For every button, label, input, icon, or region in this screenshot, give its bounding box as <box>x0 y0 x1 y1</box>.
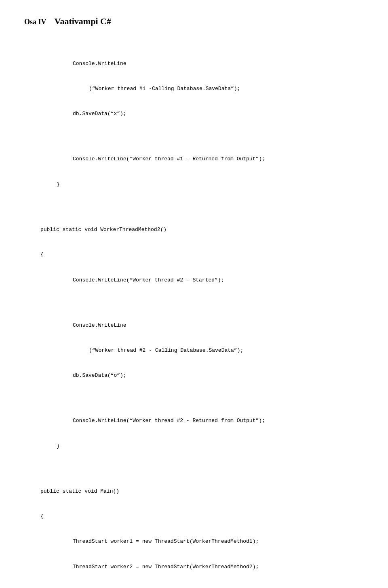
code-line: db.SaveData(“x”); <box>24 110 364 118</box>
code-line: Console.WriteLine(“Worker thread #2 - Re… <box>24 417 364 425</box>
code-line: Console.WriteLine <box>24 60 364 68</box>
code-line: Console.WriteLine(“Worker thread #1 - Re… <box>24 155 364 164</box>
code-line: Console.WriteLine(“Worker thread #2 - St… <box>24 276 364 285</box>
code-line: { <box>24 251 364 259</box>
code-line: ThreadStart worker1 = new ThreadStart(Wo… <box>24 538 364 546</box>
code-line: } <box>24 181 364 189</box>
code-line: ThreadStart worker2 = new ThreadStart(Wo… <box>24 563 364 571</box>
part-label: Osa IV <box>24 18 46 26</box>
code-line: (“Worker thread #2 - Calling Database.Sa… <box>24 346 364 355</box>
code-line: public static void WorkerThreadMethod2() <box>24 226 364 234</box>
code-line: } <box>24 442 364 451</box>
code-block: Console.WriteLine (“Worker thread #1 -Ca… <box>24 39 364 588</box>
header-section: Osa IV Vaativampi C# <box>24 16 364 27</box>
page-container: Osa IV Vaativampi C# Console.WriteLine (… <box>0 0 388 588</box>
code-line: (“Worker thread #1 -Calling Database.Sav… <box>24 85 364 93</box>
chapter-title: Vaativampi C# <box>55 16 111 27</box>
code-line: db.SaveData(“o”); <box>24 372 364 380</box>
code-line: { <box>24 512 364 521</box>
code-line: Console.WriteLine <box>24 321 364 330</box>
code-line: public static void Main() <box>24 487 364 496</box>
